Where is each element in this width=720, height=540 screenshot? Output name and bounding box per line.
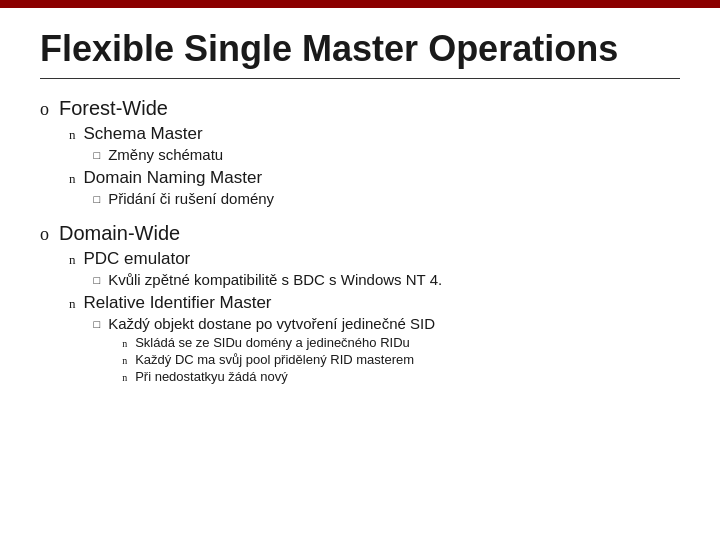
- list-item: o Domain-Wide n PDC emulator □: [40, 222, 680, 391]
- bullet-icon: n: [69, 252, 76, 268]
- list-item: n Skládá se ze SIDu domény a jedinečného…: [122, 335, 680, 350]
- level3-list: □ Změny schématu: [84, 146, 681, 163]
- list-item: □ Změny schématu: [94, 146, 681, 163]
- domain-wide-label: Domain-Wide: [59, 222, 180, 244]
- bullet-icon: n: [122, 355, 127, 366]
- list-item: □ Každý objekt dostane po vytvoření jedi…: [94, 315, 681, 386]
- rid-sub1: Skládá se ze SIDu domény a jedinečného R…: [135, 335, 410, 350]
- list-item: □ Kvůli zpětné kompatibilitě s BDC s Win…: [94, 271, 681, 288]
- level2-content: Schema Master □ Změny schématu: [84, 124, 681, 165]
- level2-list: n PDC emulator □ Kvůli zpětné kompatibil…: [59, 249, 680, 388]
- list-item: n Při nedostatkyu žádá nový: [122, 369, 680, 384]
- slide: Flexible Single Master Operations o Fore…: [0, 0, 720, 540]
- level3-list: □ Kvůli zpětné kompatibilitě s BDC s Win…: [84, 271, 681, 288]
- list-item: n Domain Naming Master □ Přidání či ruše…: [69, 168, 680, 209]
- rid-sub3: Při nedostatkyu žádá nový: [135, 369, 287, 384]
- bullet-icon: o: [40, 224, 49, 245]
- bullet-icon: n: [122, 338, 127, 349]
- domain-naming-master-label: Domain Naming Master: [84, 168, 263, 187]
- level2-content: Domain Naming Master □ Přidání či rušení…: [84, 168, 681, 209]
- bullet-icon: □: [94, 193, 101, 205]
- pdc-detail: Kvůli zpětné kompatibilitě s BDC s Windo…: [108, 271, 442, 288]
- bullet-icon: n: [69, 296, 76, 312]
- rid-sub2: Každý DC ma svůj pool přidělený RID mast…: [135, 352, 414, 367]
- bullet-icon: □: [94, 274, 101, 286]
- bullet-icon: n: [69, 171, 76, 187]
- rid-detail-container: Každý objekt dostane po vytvoření jedine…: [108, 315, 680, 386]
- rid-master-label: Relative Identifier Master: [84, 293, 272, 312]
- outline: o Forest-Wide n Schema Master □: [40, 97, 680, 391]
- bullet-icon: o: [40, 99, 49, 120]
- title-divider: [40, 78, 680, 79]
- rid-detail: Každý objekt dostane po vytvoření jedine…: [108, 315, 435, 332]
- content: Flexible Single Master Operations o Fore…: [0, 8, 720, 421]
- list-item: n PDC emulator □ Kvůli zpětné kompatibil…: [69, 249, 680, 290]
- list-item: n Relative Identifier Master □ Každý obj…: [69, 293, 680, 388]
- bullet-icon: □: [94, 318, 101, 330]
- list-item: o Forest-Wide n Schema Master □: [40, 97, 680, 212]
- level3-list: □ Přidání či rušení domény: [84, 190, 681, 207]
- forest-wide-label: Forest-Wide: [59, 97, 168, 119]
- bullet-icon: n: [122, 372, 127, 383]
- level1-content: Forest-Wide n Schema Master □ Změny sché…: [59, 97, 680, 212]
- bullet-icon: n: [69, 127, 76, 143]
- level1-content: Domain-Wide n PDC emulator □ Kvůli zpětn…: [59, 222, 680, 391]
- list-item: n Každý DC ma svůj pool přidělený RID ma…: [122, 352, 680, 367]
- pdc-emulator-label: PDC emulator: [84, 249, 191, 268]
- level2-list: n Schema Master □ Změny schématu: [59, 124, 680, 209]
- slide-title: Flexible Single Master Operations: [40, 28, 680, 70]
- level2-content: PDC emulator □ Kvůli zpětné kompatibilit…: [84, 249, 681, 290]
- level4-list: n Skládá se ze SIDu domény a jedinečného…: [108, 335, 680, 384]
- list-item: □ Přidání či rušení domény: [94, 190, 681, 207]
- top-bar: [0, 0, 720, 8]
- domain-naming-detail: Přidání či rušení domény: [108, 190, 274, 207]
- list-item: n Schema Master □ Změny schématu: [69, 124, 680, 165]
- schema-master-label: Schema Master: [84, 124, 203, 143]
- bullet-icon: □: [94, 149, 101, 161]
- level2-content: Relative Identifier Master □ Každý objek…: [84, 293, 681, 388]
- schema-detail: Změny schématu: [108, 146, 223, 163]
- level3-list: □ Každý objekt dostane po vytvoření jedi…: [84, 315, 681, 386]
